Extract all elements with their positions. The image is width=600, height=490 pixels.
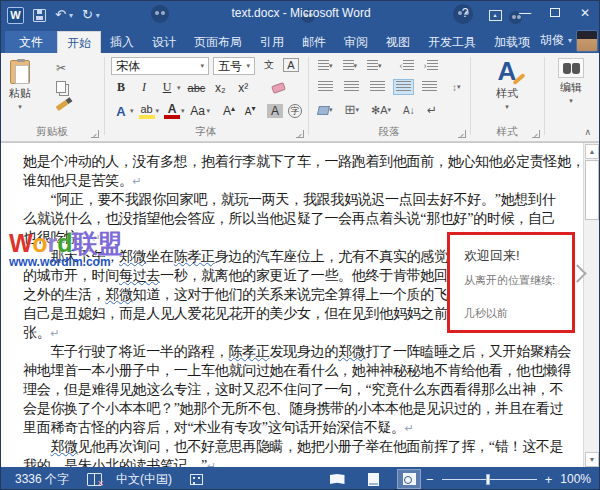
shrink-font-button[interactable]: A▾ xyxy=(242,104,258,118)
zoom-out-icon[interactable]: − xyxy=(426,472,434,487)
line-spacing-icon[interactable]: ↕▾ xyxy=(450,81,463,94)
shading-icon[interactable]: ▾ xyxy=(316,105,335,116)
font-size-combo[interactable]: 五号▾ xyxy=(213,57,255,75)
minimize-icon[interactable]: — xyxy=(513,4,537,23)
clipboard-dialog-launcher-icon[interactable] xyxy=(91,130,99,138)
zoom-slider-thumb[interactable] xyxy=(486,474,490,485)
document-line: “阿正，要不我跟你回家吧，就玩一两天，我跟我妈说迟一点回去好不好。”她想到什 xyxy=(23,190,579,209)
align-right-icon[interactable] xyxy=(368,80,387,94)
group-clipboard: 粘贴 ▾ ✂ 剪贴板 xyxy=(1,53,103,141)
word-count[interactable]: 3336 个字 xyxy=(15,471,69,488)
tab-8[interactable]: 开发工具 xyxy=(419,31,485,53)
justify-icon[interactable] xyxy=(394,80,413,94)
font-name-combo[interactable]: 宋体▾ xyxy=(111,57,209,75)
paragraph-dialog-launcher-icon[interactable] xyxy=(458,130,466,138)
callout-subtitle: 从离开的位置继续: xyxy=(464,273,572,288)
asian-layout-icon[interactable]: ✻A▾ xyxy=(369,103,393,118)
styles-label: 样式 xyxy=(496,86,518,101)
zoom-in-icon[interactable]: + xyxy=(545,472,553,487)
user-caret-icon: ▾ xyxy=(568,36,572,45)
text-effects-button[interactable]: A xyxy=(113,104,129,119)
grow-font-button[interactable]: A▴ xyxy=(221,104,237,118)
user-avatar[interactable] xyxy=(576,30,598,52)
decrease-indent-icon[interactable]: ‹ xyxy=(398,59,416,73)
font-name-value: 宋体 xyxy=(116,58,140,75)
format-painter-icon[interactable] xyxy=(56,100,69,111)
tab-9[interactable]: 加载项 xyxy=(485,31,539,53)
print-layout-icon[interactable] xyxy=(362,470,384,488)
underline-button[interactable]: U xyxy=(159,80,175,95)
paste-label: 粘贴 xyxy=(9,86,31,101)
font-color-button[interactable]: A xyxy=(164,103,180,119)
zoom-slider[interactable] xyxy=(442,479,537,480)
zoom-control: − + 100% xyxy=(426,467,591,490)
proofing-errors-icon[interactable] xyxy=(87,473,102,486)
word-window: W ↶ ▾ ↻ ▾ text.docx - Microsoft Word ? ▴… xyxy=(0,0,600,490)
paste-button[interactable]: 粘贴 ▾ xyxy=(9,55,31,111)
close-icon[interactable]: ✕ xyxy=(573,4,597,23)
increase-indent-icon[interactable]: › xyxy=(422,59,440,73)
zoom-level[interactable]: 100% xyxy=(560,472,591,486)
multilevel-list-icon[interactable]: ▾ xyxy=(365,59,384,73)
change-case-button[interactable]: Aa xyxy=(190,104,206,118)
strikethrough-button[interactable]: abc xyxy=(188,82,206,94)
font-dialog-launcher-icon[interactable] xyxy=(296,130,304,138)
tab-2[interactable]: 设计 xyxy=(143,31,185,53)
document-line: 她是个冲动的人，没有多想，抱着行李就下了车，一路跑着到他面前，她心知他必定责怪她… xyxy=(23,152,579,171)
enclose-characters-icon[interactable]: 字 xyxy=(288,104,302,118)
superscript-button[interactable]: x² xyxy=(235,81,251,95)
editing-button[interactable]: 编辑 ▾ xyxy=(545,53,597,105)
phonetic-guide-icon[interactable]: 文 xyxy=(261,58,277,72)
group-styles: A 样式 ▾ 样式 xyxy=(471,53,543,141)
welcome-back-callout[interactable]: 欢迎回来! 从离开的位置继续: 几秒以前 xyxy=(450,235,572,330)
align-center-icon[interactable] xyxy=(342,80,361,94)
document-line: 么就说什么，也没指望他会答应，所以当他迟疑了一会再点着头说“那也好”的时候，自己 xyxy=(23,209,579,228)
collapse-ribbon-icon[interactable]: ∧ xyxy=(584,127,591,137)
document-area[interactable]: 她是个冲动的人，没有多想，抱着行李就下了车，一路跑着到他面前，她心知他必定责怪她… xyxy=(1,142,600,467)
highlight-color-button[interactable]: ab xyxy=(139,104,155,119)
scroll-down-icon[interactable]: ▼ xyxy=(585,452,599,467)
document-line: 谁知他只是苦笑。↵ xyxy=(23,171,579,190)
tab-file[interactable]: 文件 xyxy=(5,31,57,53)
styles-dialog-launcher-icon[interactable] xyxy=(532,130,540,138)
macro-recording-icon[interactable] xyxy=(190,474,203,485)
user-area[interactable]: 胡俊 ▾ xyxy=(540,28,600,53)
italic-button[interactable]: I xyxy=(136,80,152,95)
copy-icon[interactable] xyxy=(56,81,66,93)
callout-time: 几秒以前 xyxy=(464,306,572,321)
ribbon-display-options-icon[interactable]: ▴ xyxy=(483,4,507,23)
web-layout-icon[interactable] xyxy=(398,470,420,488)
clipboard-group-label: 剪贴板 xyxy=(1,125,103,139)
vertical-scrollbar[interactable]: ▲ ▼ xyxy=(583,143,599,467)
bold-button[interactable]: B xyxy=(113,80,129,95)
tab-1[interactable]: 插入 xyxy=(101,31,143,53)
tab-3[interactable]: 页面布局 xyxy=(185,31,251,53)
numbering-icon[interactable]: ▾ xyxy=(341,59,360,73)
maximize-icon[interactable] xyxy=(543,4,567,23)
group-editing: 编辑 ▾ ∧ xyxy=(545,53,597,141)
tab-7[interactable]: 视图 xyxy=(377,31,419,53)
subscript-button[interactable]: x₂ xyxy=(212,81,228,95)
distribute-icon[interactable] xyxy=(420,80,439,94)
borders-icon[interactable]: ⊞▾ xyxy=(343,103,361,117)
document-line: 我的，是朱小北的读书笔记。”↵ xyxy=(23,456,579,467)
scrollbar-thumb[interactable] xyxy=(585,160,599,220)
read-mode-icon[interactable] xyxy=(326,470,348,488)
language-status[interactable]: 中文(中国) xyxy=(116,471,172,488)
tab-6[interactable]: 审阅 xyxy=(335,31,377,53)
clear-formatting-icon[interactable] xyxy=(271,82,286,94)
show-hide-marks-icon[interactable]: ↵ xyxy=(425,102,439,118)
tab-4[interactable]: 引用 xyxy=(251,31,293,53)
paragraph-group-label: 段落 xyxy=(309,125,469,139)
character-shading-button[interactable]: A xyxy=(267,104,283,118)
align-left-icon[interactable] xyxy=(316,80,335,94)
bullets-icon[interactable]: ▾ xyxy=(316,59,335,73)
help-icon[interactable]: ? xyxy=(453,4,477,23)
tab-5[interactable]: 邮件 xyxy=(293,31,335,53)
styles-button[interactable]: A 样式 ▾ xyxy=(471,53,543,111)
cut-icon[interactable]: ✂ xyxy=(56,61,68,75)
tab-0[interactable]: 开始 xyxy=(57,31,101,53)
sort-icon[interactable]: A↓ xyxy=(401,104,417,117)
character-border-icon[interactable]: A xyxy=(283,58,299,72)
scroll-up-icon[interactable]: ▲ xyxy=(585,144,599,159)
